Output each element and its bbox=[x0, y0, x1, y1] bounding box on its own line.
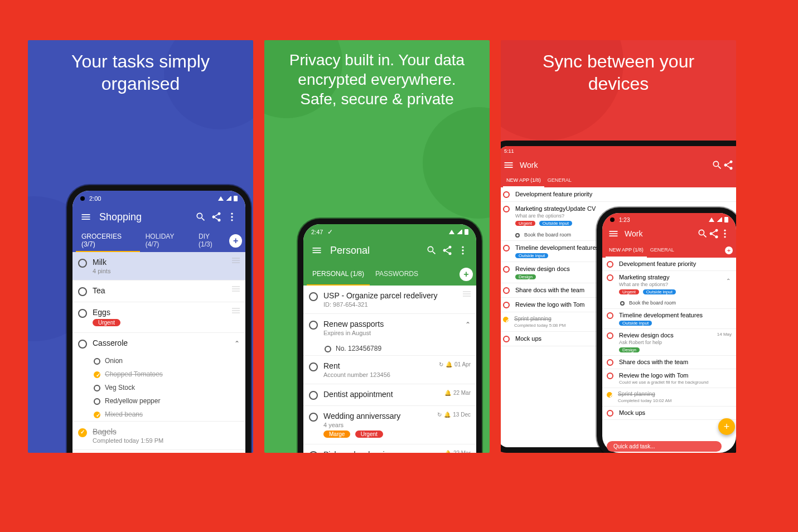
checkbox-icon[interactable] bbox=[607, 261, 613, 268]
share-icon[interactable] bbox=[708, 228, 719, 239]
subtask[interactable]: Veg Stock bbox=[88, 381, 245, 394]
tab-personal[interactable]: PERSONAL (1/8) bbox=[307, 263, 370, 286]
task-bagels[interactable]: Bagels Completed today 1:59 PM bbox=[72, 422, 245, 450]
search-icon[interactable] bbox=[697, 228, 708, 239]
drag-handle-icon[interactable] bbox=[232, 258, 240, 263]
checkbox-icon[interactable] bbox=[503, 266, 510, 273]
checkbox-icon[interactable] bbox=[78, 287, 87, 296]
more-icon[interactable] bbox=[719, 228, 731, 239]
task-passports[interactable]: Renew passports Expires in August ⌃ bbox=[303, 314, 476, 342]
task-tea[interactable]: Tea bbox=[72, 280, 245, 302]
checkbox-icon[interactable] bbox=[503, 336, 510, 342]
subtask[interactable]: Onion bbox=[88, 354, 245, 367]
tab-diy[interactable]: DIY (1/3) bbox=[193, 230, 229, 252]
task-wedding[interactable]: Wedding anniverssary 4 years Marge Urgen… bbox=[303, 406, 476, 444]
quick-add-input[interactable]: Quick add task... bbox=[602, 438, 736, 453]
share-icon[interactable] bbox=[439, 243, 455, 258]
checkbox-done-icon[interactable] bbox=[94, 371, 100, 378]
tab-passwords[interactable]: PASSWORDS bbox=[370, 263, 424, 286]
checkbox-icon[interactable] bbox=[94, 385, 100, 391]
checkbox-icon[interactable] bbox=[607, 274, 613, 281]
checkbox-icon[interactable] bbox=[309, 391, 318, 400]
subtask[interactable]: Red/yellow pepper bbox=[88, 394, 245, 408]
checkbox-icon[interactable] bbox=[94, 398, 100, 405]
checkbox-icon[interactable] bbox=[325, 346, 331, 352]
task-item[interactable]: Review design docs Ask Robert for help D… bbox=[602, 329, 736, 356]
menu-icon[interactable] bbox=[78, 209, 94, 225]
search-icon[interactable] bbox=[712, 159, 723, 171]
checkbox-icon[interactable] bbox=[78, 340, 87, 349]
tab-general[interactable]: GENERAL bbox=[647, 243, 678, 258]
task-apples[interactable]: Apples Completed today 1:59 PM bbox=[72, 450, 245, 453]
more-icon[interactable] bbox=[734, 159, 736, 171]
task-item[interactable]: Mock ups bbox=[602, 407, 736, 420]
task-usp[interactable]: USP - Organize parcel redelivery ID: 987… bbox=[303, 286, 476, 314]
subtask[interactable]: Mixed beans bbox=[88, 408, 245, 421]
task-item[interactable]: Development feature priority bbox=[602, 258, 736, 271]
subtask[interactable]: Chopped Tomatoes bbox=[88, 367, 245, 381]
checkbox-icon[interactable] bbox=[309, 362, 318, 371]
search-icon[interactable] bbox=[424, 243, 439, 258]
tab-general[interactable]: GENERAL bbox=[544, 174, 575, 187]
task-item[interactable]: Timeline development features Outside in… bbox=[602, 309, 736, 329]
add-tab-button[interactable]: + bbox=[229, 234, 242, 248]
tab-new-app[interactable]: NEW APP (1/8) bbox=[606, 243, 647, 258]
checkbox-icon[interactable] bbox=[503, 191, 510, 198]
menu-icon[interactable] bbox=[309, 243, 325, 258]
task-item[interactable]: Marketing strategy What are the options?… bbox=[602, 271, 736, 297]
task-item[interactable]: Development feature priority bbox=[501, 187, 736, 202]
task-milk[interactable]: Milk 4 pints bbox=[72, 252, 245, 280]
checkbox-icon[interactable] bbox=[503, 302, 510, 308]
chevron-up-icon[interactable]: ⌃ bbox=[234, 340, 240, 347]
tab-holiday[interactable]: HOLIDAY (4/7) bbox=[140, 230, 193, 252]
chevron-up-icon[interactable]: ⌃ bbox=[465, 321, 471, 328]
checkbox-icon[interactable] bbox=[503, 206, 510, 212]
checkbox-icon[interactable] bbox=[78, 259, 87, 268]
checkbox-icon[interactable] bbox=[607, 410, 613, 417]
search-icon[interactable] bbox=[193, 209, 209, 225]
more-icon[interactable] bbox=[224, 209, 240, 225]
fab-add-button[interactable]: + bbox=[718, 418, 735, 435]
send-icon[interactable] bbox=[726, 443, 732, 450]
task-rent[interactable]: Rent Account number 123456 ↻🔔01 Apr bbox=[303, 356, 476, 384]
checkbox-icon[interactable] bbox=[309, 451, 318, 453]
checkbox-icon[interactable] bbox=[78, 309, 87, 318]
checkbox-icon[interactable] bbox=[620, 301, 625, 306]
add-tab-button[interactable]: + bbox=[725, 246, 733, 254]
checkbox-icon[interactable] bbox=[309, 413, 318, 422]
chevron-up-icon[interactable]: ⌃ bbox=[726, 278, 731, 284]
add-tab-button[interactable]: + bbox=[460, 268, 473, 281]
task-item[interactable]: Sprint planning Completed today 10:02 AM bbox=[602, 388, 736, 407]
task-item[interactable]: Review the logo with Tom Could we use a … bbox=[602, 369, 736, 388]
checkbox-icon[interactable] bbox=[607, 373, 613, 379]
share-icon[interactable] bbox=[723, 159, 734, 171]
menu-icon[interactable] bbox=[503, 159, 514, 171]
task-drycleaning[interactable]: Pick up dry cleaning 🔔22 Mar bbox=[303, 444, 476, 453]
subtask[interactable]: No. 123456789 bbox=[319, 342, 476, 355]
checkbox-icon[interactable] bbox=[503, 287, 510, 294]
checkbox-icon[interactable] bbox=[309, 321, 318, 330]
checkbox-icon[interactable] bbox=[607, 312, 613, 319]
menu-icon[interactable] bbox=[608, 228, 619, 239]
more-icon[interactable] bbox=[455, 243, 471, 258]
checkbox-icon[interactable] bbox=[94, 358, 100, 365]
share-icon[interactable] bbox=[209, 209, 224, 225]
drag-handle-icon[interactable] bbox=[232, 286, 240, 292]
tab-new-app[interactable]: NEW APP (1/8) bbox=[503, 174, 544, 187]
task-dentist[interactable]: Dentist appointment 🔔22 Mar bbox=[303, 384, 476, 406]
checkbox-done-icon[interactable] bbox=[78, 428, 87, 437]
checkbox-icon[interactable] bbox=[515, 233, 520, 238]
checkbox-done-icon[interactable] bbox=[607, 392, 612, 398]
subtask[interactable]: Book the board room bbox=[615, 297, 736, 308]
drag-handle-icon[interactable] bbox=[232, 308, 240, 313]
checkbox-icon[interactable] bbox=[607, 332, 613, 339]
task-casserole[interactable]: Casserole ⌃ bbox=[72, 333, 245, 354]
checkbox-done-icon[interactable] bbox=[503, 317, 509, 322]
checkbox-icon[interactable] bbox=[309, 292, 318, 301]
task-eggs[interactable]: Eggs Urgent bbox=[72, 302, 245, 333]
checkbox-done-icon[interactable] bbox=[94, 412, 100, 418]
checkbox-icon[interactable] bbox=[503, 245, 510, 252]
task-item[interactable]: Share docs with the team bbox=[602, 356, 736, 369]
checkbox-icon[interactable] bbox=[607, 359, 613, 366]
tab-groceries[interactable]: GROCERIES (3/7) bbox=[76, 230, 140, 252]
